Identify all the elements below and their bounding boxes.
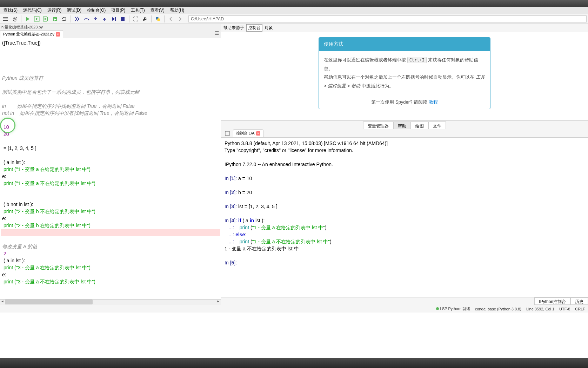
help-pane: 帮助来源于 控制台 对象 使用方法 在这里你可以通过在编辑器或者终端中按 Ctr… [221,24,588,129]
working-dir-field[interactable]: C:\Users\HIAPAD [188,15,587,22]
run-cell-icon[interactable] [33,15,41,23]
run-selection-icon[interactable]: ▶ [51,15,59,23]
code-comment: 如果在指定的序列中没有找到值返回 True，否则返回 False [14,110,147,116]
tab-help[interactable]: 帮助 [393,121,411,129]
console-window-icon[interactable] [223,129,232,138]
line-col[interactable]: Line 3592, Col 1 [526,307,554,311]
tab-variable-explorer[interactable]: 变量管理器 [363,121,393,129]
console-bottom-tabs: IPython控制台 历史 [221,297,588,305]
menu-view[interactable]: 查看(V) [148,7,167,14]
rerun-icon[interactable] [60,15,68,23]
console-tab[interactable]: 控制台 1/A × [233,129,263,137]
encoding[interactable]: UTF-8 [559,307,570,311]
code-text: e: [2,272,6,277]
editor-menu-icon[interactable]: ☰ [215,30,219,36]
code-comment: in [2,103,6,109]
console-text: IPython 7.22.0 -- An enhanced Interactiv… [225,161,584,168]
maximize-icon[interactable] [132,15,140,23]
code-text: 10 [2,124,9,130]
code-text: print ("3 - 变量 a 不在给定的列表中 lst 中") [2,279,95,284]
code-text: ( b not in lst ): [2,202,33,207]
code-text: e: [2,173,6,179]
tab-ipython-console[interactable]: IPython控制台 [534,297,570,305]
console-tab-label: 控制台 1/A [236,131,255,136]
menu-find[interactable]: 查找(S) [1,7,20,14]
svg-point-9 [157,18,160,21]
close-tab-icon[interactable]: × [56,32,60,37]
stop-icon[interactable] [119,15,127,23]
debug-icon[interactable] [73,15,81,23]
console-output: 1 - 变量 a 不在给定的列表中 lst 中 [225,245,584,252]
code-comment: 如果在指定的序列中找到值返回 True，否则返回 False [6,103,135,109]
code-text: ( a in lst ): [2,159,25,165]
code-text: print ("1 - 变量 a 不在给定的列表中 lst 中") [2,180,95,186]
help-object-label: 对象 [265,25,273,31]
code-text: = [1, 2, 3, 4, 5 ] [2,145,36,151]
step-out-icon[interactable] [100,15,109,23]
step-over-icon[interactable] [82,15,91,23]
console-text: Type "copyright", "credits" or "license"… [225,147,584,154]
wrench-icon[interactable] [141,15,149,23]
menu-tools[interactable]: 工具(T) [128,7,147,14]
menu-debug[interactable]: 调试(D) [64,7,84,14]
step-in-icon[interactable] [91,15,100,23]
lsp-status: LSP Python: 就绪 [440,307,470,311]
help-pane-tabs: 变量管理器 帮助 绘图 文件 [221,120,588,129]
code-text: ( a in lst ): [2,258,25,263]
code-comment: Python 成员运算符 [2,75,43,81]
help-text: 在这里你可以通过在编辑器或者终端中按 [324,57,407,63]
editor-tab-label: Python 量化编程基础-2023.py [3,32,54,37]
code-editor[interactable]: ([True,True,True]) Python 成员运算符 测试实例中是否包… [0,38,221,299]
continue-icon[interactable] [109,15,118,23]
run-cell-advance-icon[interactable] [42,15,50,23]
console-input: lst = [1, 2, 3, 4, 5 ] [238,204,278,209]
help-text: 中激活此行为。 [360,83,394,88]
outline-icon[interactable] [1,15,10,23]
close-console-icon[interactable]: × [256,131,260,136]
code-text: 2 [2,251,6,256]
svg-rect-7 [121,17,125,21]
tab-files[interactable]: 文件 [428,121,446,129]
conda-env[interactable]: conda: base (Python 3.8.8) [475,307,521,311]
back-icon[interactable] [167,15,175,23]
lsp-status-icon [436,307,439,310]
taskbar[interactable] [0,358,588,368]
eol[interactable]: CRLF [575,307,585,311]
console-pane: 控制台 1/A × Python 3.8.8 (default, Apr 13 … [221,129,588,305]
toolbar: @ ▶ C:\Users\HIAPAD [0,14,588,24]
python-path-icon[interactable] [154,15,162,23]
at-icon[interactable]: @ [11,15,19,23]
ipython-console[interactable]: Python 3.8.8 (default, Apr 13 2021, 15:0… [221,138,588,297]
editor-tab[interactable]: Python 量化编程基础-2023.py × [0,30,63,38]
run-icon[interactable] [24,15,32,23]
code-comment: 测试实例中是否包含了一系列的成员，包括字符串，列表或元组 [2,89,140,95]
editor-file-path: n 量化编程基础-2023.py [0,24,221,30]
help-source-select[interactable]: 控制台 [246,24,262,32]
window-titlebar [0,0,588,7]
editor-h-scrollbar[interactable]: ◄► [0,299,221,305]
forward-icon[interactable] [176,15,184,23]
editor-tabs: Python 量化编程基础-2023.py × ☰ [0,30,221,38]
statusbar: LSP Python: 就绪 conda: base (Python 3.8.8… [0,305,588,313]
code-text: ([True,True,True]) [2,40,41,46]
help-text: 帮助信息可以在一个对象之后加上一个左圆括号的时候自动显示。你可以在 [324,74,476,80]
code-text: e: [2,216,6,221]
help-card-title: 使用方法 [319,38,490,51]
menu-console[interactable]: 控制台(O) [84,7,108,14]
menu-run[interactable]: 运行(R) [45,7,65,14]
code-comment: not in [2,110,14,116]
menu-help[interactable]: 帮助(H) [167,7,187,14]
console-input: b = 20 [238,190,252,195]
menu-source[interactable]: 源代码(C) [20,7,45,14]
tab-history[interactable]: 历史 [570,297,588,305]
tutorial-link[interactable]: 教程 [429,99,438,105]
menu-project[interactable]: 项目(P) [108,7,128,14]
svg-point-5 [88,19,89,20]
tab-plots[interactable]: 绘图 [411,121,428,129]
svg-rect-6 [115,17,116,21]
editor-pane: n 量化编程基础-2023.py Python 量化编程基础-2023.py ×… [0,24,221,305]
svg-text:@: @ [13,16,18,22]
code-text: print ("2 - 变量 b 不在给定的列表中 lst 中") [2,209,95,214]
code-text: print ("1 - 变量 a 在给定的列表中 lst 中") [2,166,91,172]
code-text: print ("3 - 变量 a 在给定的列表中 lst 中") [2,265,91,270]
